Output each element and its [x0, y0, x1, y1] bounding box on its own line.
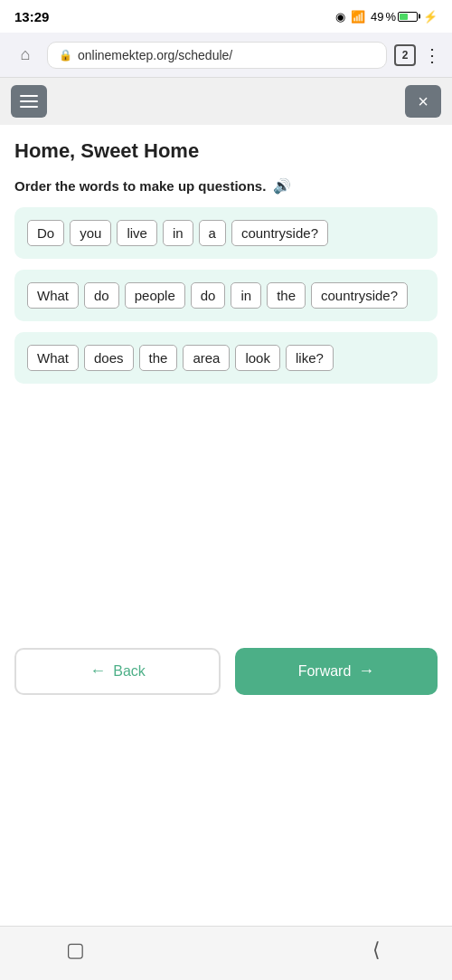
word-chip[interactable]: in: [163, 220, 193, 246]
more-button[interactable]: ⋮: [423, 44, 441, 66]
hamburger-line-1: [20, 95, 38, 97]
signal-icon: 📶: [351, 10, 365, 24]
back-nav-item[interactable]: ⟨: [355, 930, 399, 970]
back-label: Back: [113, 663, 146, 680]
battery-box: [398, 12, 418, 22]
word-chip[interactable]: do: [191, 282, 226, 309]
status-icons: ◉ 📶 49% ⚡: [335, 10, 438, 24]
forward-button[interactable]: Forward →: [235, 648, 438, 695]
battery-percent: 49: [371, 10, 383, 24]
forward-arrow-icon: →: [358, 661, 374, 680]
battery-fill: [400, 14, 408, 20]
word-chip[interactable]: does: [84, 345, 134, 371]
tab-count-badge[interactable]: 2: [394, 44, 416, 66]
wifi-icon: ◉: [335, 10, 345, 24]
word-chip[interactable]: countryside?: [231, 220, 328, 246]
nav-buttons: ← Back Forward →: [0, 633, 452, 709]
word-row-3: What does the area look like?: [27, 345, 425, 371]
word-chip[interactable]: live: [117, 220, 157, 246]
charging-icon: ⚡: [423, 10, 438, 24]
back-arrow-icon: ←: [89, 661, 106, 680]
main-content: Order the words to make up questions. 🔊 …: [0, 170, 452, 626]
square-nav-item[interactable]: ▢: [53, 930, 97, 970]
back-chevron-icon: ⟨: [372, 938, 381, 962]
hamburger-line-3: [20, 106, 38, 108]
sound-icon[interactable]: 🔊: [273, 177, 291, 195]
word-chip[interactable]: do: [84, 282, 119, 309]
back-button[interactable]: ← Back: [14, 648, 221, 695]
home-button[interactable]: ⌂: [11, 41, 40, 70]
word-chip[interactable]: people: [125, 282, 185, 309]
hamburger-button[interactable]: [11, 85, 47, 118]
close-button[interactable]: ×: [405, 85, 441, 118]
word-chip[interactable]: the: [139, 345, 178, 371]
word-chip[interactable]: you: [70, 220, 111, 246]
status-bar: 13:29 ◉ 📶 49% ⚡: [0, 0, 452, 33]
word-row-2: What do people do in the countryside?: [27, 282, 425, 309]
word-chip[interactable]: What: [27, 282, 79, 309]
url-bar[interactable]: 🔒 onlinemektep.org/schedule/: [47, 42, 387, 69]
hamburger-line-2: [20, 100, 38, 102]
square-icon: ▢: [66, 938, 85, 962]
apple-nav-item[interactable]: [204, 930, 248, 970]
word-chip[interactable]: What: [27, 345, 79, 371]
browser-bar: ⌂ 🔒 onlinemektep.org/schedule/ 2 ⋮: [0, 33, 452, 78]
word-chip[interactable]: look: [235, 345, 280, 371]
app-header: ×: [0, 78, 452, 125]
question-box-2: What do people do in the countryside?: [14, 270, 438, 321]
page-title-section: Home, Sweet Home: [0, 125, 452, 170]
url-text: onlinemektep.org/schedule/: [78, 48, 232, 62]
bottom-nav: ▢ ⟨: [0, 926, 452, 980]
word-row-1: Do you live in a countryside?: [27, 220, 425, 246]
battery-indicator: 49%: [371, 10, 418, 24]
question-box-1: Do you live in a countryside?: [14, 207, 438, 259]
question-box-3: What does the area look like?: [14, 332, 438, 384]
forward-label: Forward: [298, 663, 352, 680]
instruction-row: Order the words to make up questions. 🔊: [14, 177, 438, 195]
word-chip[interactable]: the: [267, 282, 306, 309]
instruction-text: Order the words to make up questions.: [14, 178, 266, 194]
word-chip[interactable]: in: [231, 282, 261, 309]
word-chip[interactable]: like?: [286, 345, 334, 371]
word-chip[interactable]: a: [199, 220, 226, 246]
word-chip[interactable]: Do: [27, 220, 64, 246]
word-chip[interactable]: area: [183, 345, 230, 371]
word-chip[interactable]: countryside?: [311, 282, 408, 309]
lock-icon: 🔒: [59, 49, 72, 62]
status-time: 13:29: [14, 9, 49, 24]
page-title: Home, Sweet Home: [14, 139, 438, 163]
